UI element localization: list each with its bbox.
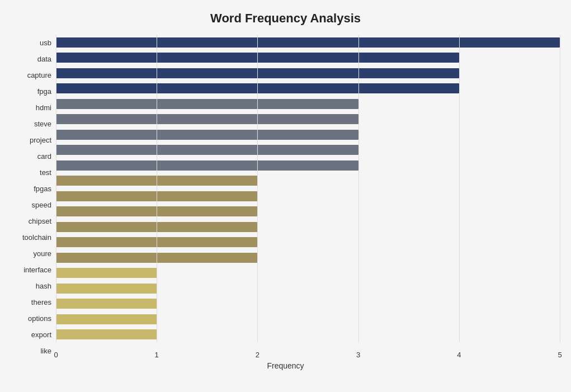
y-label: card <box>37 149 51 164</box>
y-label: interface <box>23 263 51 277</box>
grid-line <box>560 35 560 342</box>
grid-line <box>459 35 460 342</box>
x-tick-label: 1 <box>155 351 159 359</box>
y-label: fpga <box>37 84 51 99</box>
y-label: chipset <box>29 214 51 229</box>
y-axis-labels: usbdatacapturefpgahdmisteveprojectcardte… <box>11 35 56 359</box>
grid-line <box>56 35 56 342</box>
x-tick-label: 2 <box>256 351 259 359</box>
y-label: steve <box>34 117 51 131</box>
y-label: project <box>30 133 51 148</box>
y-label: youre <box>33 247 51 261</box>
grid-line <box>358 35 359 342</box>
y-label: theres <box>31 295 51 310</box>
x-axis-title: Frequency <box>11 361 560 370</box>
y-label: capture <box>27 68 51 83</box>
y-label: export <box>31 328 51 342</box>
y-label: test <box>40 166 51 180</box>
x-tick-label: 4 <box>457 351 461 359</box>
y-label: options <box>28 311 51 326</box>
x-tick-label: 3 <box>356 351 360 359</box>
chart-container: Word Frequency Analysis usbdatacapturefp… <box>0 0 571 392</box>
y-label: speed <box>32 198 51 212</box>
x-axis-labels: 012345 <box>56 342 560 359</box>
bars-and-grid: 012345 <box>56 35 560 359</box>
y-label: hash <box>36 279 51 294</box>
x-tick-label: 5 <box>558 351 561 359</box>
y-label: usb <box>40 36 51 50</box>
y-label: fpgas <box>34 182 51 196</box>
grid-line <box>157 35 157 342</box>
chart-area: usbdatacapturefpgahdmisteveprojectcardte… <box>11 35 560 359</box>
y-label: hdmi <box>36 101 51 115</box>
grid-line <box>257 35 258 342</box>
y-label: data <box>37 52 51 67</box>
chart-title: Word Frequency Analysis <box>11 11 560 26</box>
y-label: toolchain <box>22 230 51 245</box>
y-label: like <box>40 344 51 358</box>
grid-lines <box>56 35 560 342</box>
x-tick-label: 0 <box>54 351 58 359</box>
